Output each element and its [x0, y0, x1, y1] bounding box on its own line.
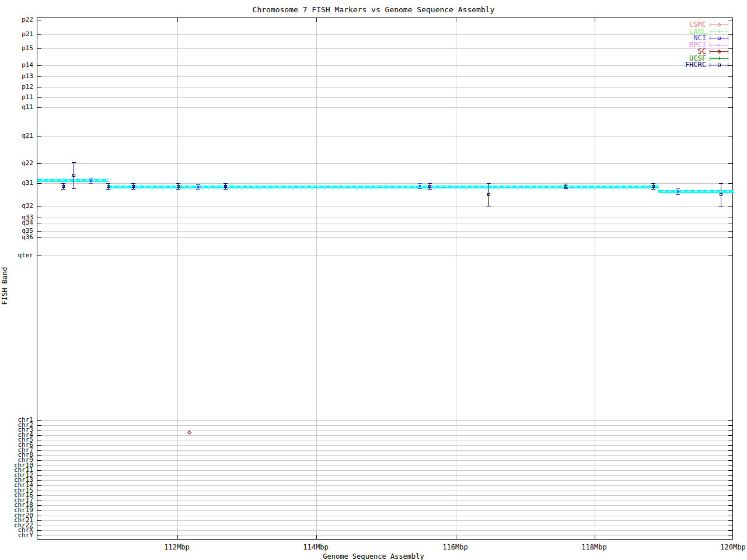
legend-marker-tick	[719, 30, 720, 33]
legend-marker-tick	[719, 57, 720, 60]
legend-sample-cap	[710, 43, 710, 47]
legend-marker-diamond	[717, 50, 721, 54]
legend-sample-cap	[728, 57, 728, 61]
legend-sample-cap	[710, 57, 710, 61]
chart-canvas: Chromosome 7 FISH Markers vs Genome Sequ…	[0, 0, 747, 560]
legend-sample-cap	[710, 50, 710, 54]
legend-sample-cap	[728, 50, 728, 54]
legend-sample-cap	[710, 23, 710, 27]
legend-marker-square	[718, 64, 721, 66]
legend-label-fhcrc: FHCRC	[659, 61, 706, 68]
legend-sample-cap	[710, 63, 710, 67]
legend-sample-cap	[710, 36, 710, 40]
legend-sample-cap	[728, 23, 728, 27]
legend-sample-cap	[710, 30, 710, 34]
legend-sample-cap	[728, 30, 728, 34]
legend-sample-cap	[728, 36, 728, 40]
legend-marker-square	[718, 37, 721, 40]
legend-sample-cap	[728, 43, 728, 47]
legend-marker-diamond	[717, 23, 721, 27]
legend: CSMCLANLNCIRPCI×SCUCSFFHCRC	[0, 0, 747, 560]
legend-sample-cap	[728, 63, 728, 67]
legend-marker-cross: ×	[717, 44, 720, 47]
